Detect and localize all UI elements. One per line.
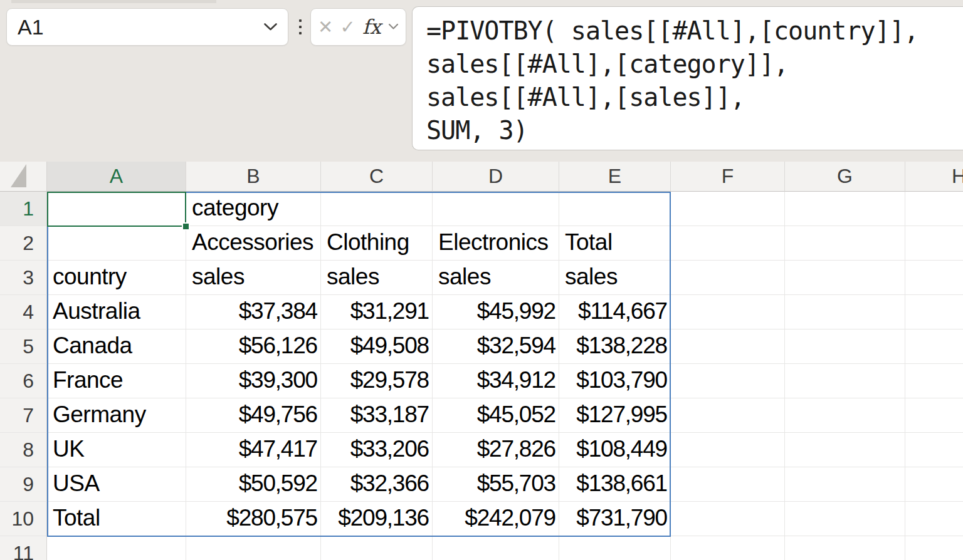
cell-H6[interactable] <box>905 364 963 398</box>
cell-C2[interactable]: Clothing <box>321 226 433 261</box>
cell-F9[interactable] <box>671 467 785 502</box>
cell-D10[interactable]: $242,079 <box>433 502 559 536</box>
cell-B8[interactable]: $47,417 <box>186 433 321 467</box>
cell-H9[interactable] <box>905 467 963 502</box>
cell-E3[interactable]: sales <box>559 261 671 295</box>
cell-A1[interactable] <box>47 192 186 226</box>
row-header-2[interactable]: 2 <box>0 226 47 261</box>
cell-H7[interactable] <box>905 398 963 433</box>
cell-B3[interactable]: sales <box>186 261 321 295</box>
cell-A5[interactable]: Canada <box>47 329 186 364</box>
cell-H5[interactable] <box>905 329 963 364</box>
cell-C11[interactable] <box>321 536 433 560</box>
cell-B11[interactable] <box>186 536 321 560</box>
cell-A6[interactable]: France <box>47 364 186 398</box>
cell-D7[interactable]: $45,052 <box>433 398 559 433</box>
cell-C8[interactable]: $33,206 <box>321 433 433 467</box>
cell-D4[interactable]: $45,992 <box>433 295 559 329</box>
name-box-value[interactable]: A1 <box>7 15 263 39</box>
cell-A11[interactable] <box>47 536 186 560</box>
cell-C10[interactable]: $209,136 <box>321 502 433 536</box>
cell-E9[interactable]: $138,661 <box>559 467 671 502</box>
name-box-chevron-down-icon[interactable] <box>263 23 278 31</box>
column-header-D[interactable]: D <box>433 162 559 192</box>
column-header-B[interactable]: B <box>186 162 321 192</box>
cell-H2[interactable] <box>905 226 963 261</box>
cell-F4[interactable] <box>671 295 785 329</box>
row-header-6[interactable]: 6 <box>0 364 47 398</box>
cell-A9[interactable]: USA <box>47 467 186 502</box>
cell-F3[interactable] <box>671 261 785 295</box>
cell-B5[interactable]: $56,126 <box>186 329 321 364</box>
cell-E4[interactable]: $114,667 <box>559 295 671 329</box>
cell-D5[interactable]: $32,594 <box>433 329 559 364</box>
row-header-10[interactable]: 10 <box>0 502 47 536</box>
cell-H11[interactable] <box>905 536 963 560</box>
cell-B6[interactable]: $39,300 <box>186 364 321 398</box>
row-header-3[interactable]: 3 <box>0 261 47 295</box>
formula-bar-options-icon[interactable] <box>296 8 305 46</box>
cell-B10[interactable]: $280,575 <box>186 502 321 536</box>
cell-G4[interactable] <box>785 295 905 329</box>
cell-C5[interactable]: $49,508 <box>321 329 433 364</box>
insert-function-icon[interactable]: fx <box>362 17 381 37</box>
cell-D6[interactable]: $34,912 <box>433 364 559 398</box>
cell-B9[interactable]: $50,592 <box>186 467 321 502</box>
cell-H1[interactable] <box>905 192 963 226</box>
row-header-5[interactable]: 5 <box>0 329 47 364</box>
cell-B4[interactable]: $37,384 <box>186 295 321 329</box>
cell-D11[interactable] <box>433 536 559 560</box>
select-all-corner[interactable] <box>0 162 47 192</box>
cell-A3[interactable]: country <box>47 261 186 295</box>
cell-F5[interactable] <box>671 329 785 364</box>
cell-C4[interactable]: $31,291 <box>321 295 433 329</box>
cell-E5[interactable]: $138,228 <box>559 329 671 364</box>
cell-C7[interactable]: $33,187 <box>321 398 433 433</box>
cell-F11[interactable] <box>671 536 785 560</box>
cell-E6[interactable]: $103,790 <box>559 364 671 398</box>
cell-F2[interactable] <box>671 226 785 261</box>
cell-G10[interactable] <box>785 502 905 536</box>
cell-E7[interactable]: $127,995 <box>559 398 671 433</box>
cell-D2[interactable]: Electronics <box>433 226 559 261</box>
cell-C9[interactable]: $32,366 <box>321 467 433 502</box>
column-header-C[interactable]: C <box>321 162 433 192</box>
cell-G9[interactable] <box>785 467 905 502</box>
cell-G3[interactable] <box>785 261 905 295</box>
column-header-F[interactable]: F <box>671 162 785 192</box>
cell-D3[interactable]: sales <box>433 261 559 295</box>
cell-C6[interactable]: $29,578 <box>321 364 433 398</box>
confirm-icon[interactable]: ✓ <box>340 18 355 36</box>
cell-E1[interactable] <box>559 192 671 226</box>
column-header-E[interactable]: E <box>559 162 671 192</box>
cell-C3[interactable]: sales <box>321 261 433 295</box>
cell-H10[interactable] <box>905 502 963 536</box>
row-header-4[interactable]: 4 <box>0 295 47 329</box>
cancel-icon[interactable]: ✕ <box>318 18 333 36</box>
cell-E8[interactable]: $108,449 <box>559 433 671 467</box>
cell-H8[interactable] <box>905 433 963 467</box>
cell-H3[interactable] <box>905 261 963 295</box>
cell-A4[interactable]: Australia <box>47 295 186 329</box>
cell-F10[interactable] <box>671 502 785 536</box>
cell-G7[interactable] <box>785 398 905 433</box>
row-header-9[interactable]: 9 <box>0 467 47 502</box>
cell-E11[interactable] <box>559 536 671 560</box>
column-header-H[interactable]: H <box>905 162 963 192</box>
column-header-A[interactable]: A <box>47 162 186 192</box>
cell-H4[interactable] <box>905 295 963 329</box>
cell-D9[interactable]: $55,703 <box>433 467 559 502</box>
row-header-11[interactable]: 11 <box>0 536 47 560</box>
cell-D1[interactable] <box>433 192 559 226</box>
cell-B2[interactable]: Accessories <box>186 226 321 261</box>
name-box[interactable]: A1 <box>6 8 288 46</box>
cell-A2[interactable] <box>47 226 186 261</box>
cell-E2[interactable]: Total <box>559 226 671 261</box>
function-chevron-down-icon[interactable] <box>388 21 399 33</box>
cell-A10[interactable]: Total <box>47 502 186 536</box>
fill-handle[interactable] <box>182 222 190 231</box>
cell-G1[interactable] <box>785 192 905 226</box>
row-header-8[interactable]: 8 <box>0 433 47 467</box>
cell-G11[interactable] <box>785 536 905 560</box>
cell-F6[interactable] <box>671 364 785 398</box>
